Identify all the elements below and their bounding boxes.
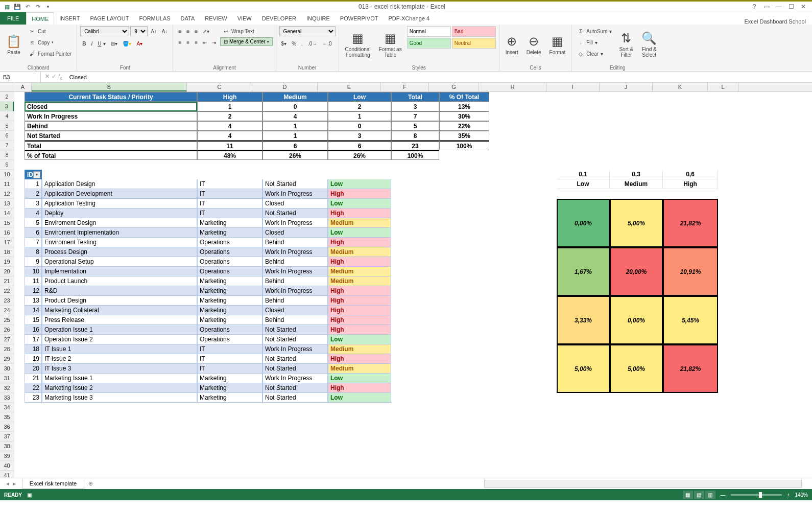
tab-insert[interactable]: INSERT bbox=[54, 12, 85, 25]
row-header[interactable]: 37 bbox=[0, 432, 14, 442]
cell[interactable]: Deploy bbox=[42, 208, 197, 218]
cell[interactable]: 13 bbox=[25, 296, 42, 306]
cell[interactable]: High bbox=[328, 315, 391, 325]
cell[interactable]: Medium bbox=[328, 267, 391, 276]
cell[interactable]: 100% bbox=[391, 150, 439, 160]
cell[interactable]: IT bbox=[197, 344, 262, 354]
cell[interactable]: 1 bbox=[25, 179, 42, 189]
cell[interactable]: High bbox=[328, 325, 391, 335]
cell[interactable]: Medium bbox=[328, 344, 391, 354]
cell[interactable]: High bbox=[328, 354, 391, 364]
row-header[interactable]: 27 bbox=[0, 335, 14, 344]
cell[interactable]: 10,91% bbox=[663, 247, 718, 296]
cell[interactable]: Closed bbox=[262, 306, 328, 315]
cell[interactable]: Operation Issue 1 bbox=[42, 325, 197, 335]
align-center-button[interactable]: ≡ bbox=[184, 37, 192, 48]
cancel-formula-icon[interactable]: ✕ bbox=[45, 73, 50, 81]
row-header[interactable]: 39 bbox=[0, 451, 14, 461]
cell[interactable]: 2 bbox=[328, 102, 391, 111]
row-header[interactable]: 22 bbox=[0, 286, 14, 296]
zoom-in-icon[interactable]: + bbox=[787, 492, 790, 498]
cell[interactable]: 0,00% bbox=[610, 296, 663, 344]
tab-view[interactable]: VIEW bbox=[232, 12, 257, 25]
cell[interactable]: Operations bbox=[197, 247, 262, 257]
cell[interactable]: IT Issue 3 bbox=[42, 364, 197, 374]
paste-button[interactable]: 📋Paste bbox=[3, 26, 25, 63]
cell[interactable]: Not Started bbox=[262, 325, 328, 335]
formula-input[interactable]: Closed bbox=[66, 74, 812, 80]
cell[interactable]: Not Started bbox=[262, 383, 328, 393]
cell[interactable]: 0 bbox=[262, 102, 328, 111]
cell[interactable]: R&D bbox=[42, 286, 197, 296]
cell[interactable]: Marketing bbox=[197, 306, 262, 315]
row-header[interactable]: 6 bbox=[0, 131, 14, 141]
cell[interactable]: 6 bbox=[25, 228, 42, 238]
cell[interactable]: Operation Issue 2 bbox=[42, 335, 197, 344]
select-all-corner[interactable] bbox=[0, 83, 14, 91]
cell[interactable]: 21 bbox=[25, 374, 42, 383]
macro-record-icon[interactable]: ▣ bbox=[27, 492, 32, 498]
cell[interactable]: 35% bbox=[439, 131, 489, 141]
cell[interactable]: 11 bbox=[25, 276, 42, 286]
row-header[interactable]: 5 bbox=[0, 121, 14, 131]
cell[interactable]: Operations bbox=[197, 257, 262, 267]
cell[interactable]: 5,00% bbox=[557, 344, 610, 393]
row-header[interactable]: 2 bbox=[0, 92, 14, 102]
align-left-button[interactable]: ≡ bbox=[176, 37, 183, 48]
zoom-percent[interactable]: 140% bbox=[795, 492, 808, 498]
cell[interactable]: Not Started bbox=[262, 179, 328, 189]
cell[interactable]: % of Total bbox=[25, 150, 197, 160]
cell[interactable]: Behind bbox=[262, 257, 328, 267]
cell[interactable]: Current Task Status / Priority bbox=[25, 92, 197, 102]
col-header[interactable]: A bbox=[14, 83, 32, 91]
cell[interactable]: 4 bbox=[197, 131, 262, 141]
view-normal-icon[interactable]: ▦ bbox=[683, 491, 693, 499]
sort-filter-button[interactable]: ⇅Sort & Filter bbox=[616, 26, 636, 63]
cell-styles-gallery[interactable]: Normal Bad Good Neutral bbox=[407, 26, 496, 49]
cell[interactable]: Behind bbox=[262, 238, 328, 247]
tab-developer[interactable]: DEVELOPER bbox=[257, 12, 301, 25]
cell[interactable]: Low bbox=[328, 179, 391, 189]
cell[interactable]: Operations bbox=[197, 325, 262, 335]
cell[interactable]: Marketing Issue 1 bbox=[42, 374, 197, 383]
conditional-formatting-button[interactable]: ▦Conditional Formatting bbox=[342, 26, 374, 63]
cell[interactable]: 20,00% bbox=[610, 247, 663, 296]
zoom-out-icon[interactable]: — bbox=[721, 492, 726, 498]
increase-font-button[interactable]: A↑ bbox=[149, 26, 159, 36]
cell[interactable]: Behind bbox=[262, 315, 328, 325]
align-middle-button[interactable]: ≡ bbox=[184, 26, 192, 36]
row-header[interactable]: 11 bbox=[0, 179, 14, 189]
cell[interactable]: 10 bbox=[25, 267, 42, 276]
cell[interactable]: Medium bbox=[328, 364, 391, 374]
row-header[interactable]: 38 bbox=[0, 442, 14, 451]
cell[interactable]: IT bbox=[197, 179, 262, 189]
cell[interactable]: Closed bbox=[262, 199, 328, 208]
cell[interactable]: 1 bbox=[262, 121, 328, 131]
row-header[interactable]: 25 bbox=[0, 315, 14, 325]
row-header[interactable]: 7 bbox=[0, 141, 14, 150]
cell[interactable]: Low bbox=[328, 199, 391, 208]
cell[interactable]: Marketing bbox=[197, 393, 262, 403]
cell[interactable]: 3 bbox=[391, 102, 439, 111]
row-header[interactable]: 13 bbox=[0, 199, 14, 208]
style-neutral[interactable]: Neutral bbox=[452, 38, 496, 49]
cell[interactable]: Medium bbox=[328, 218, 391, 228]
col-header[interactable]: E bbox=[318, 83, 381, 91]
row-header[interactable]: 20 bbox=[0, 267, 14, 276]
row-header[interactable]: 32 bbox=[0, 383, 14, 393]
cell[interactable]: 0,00% bbox=[557, 199, 610, 247]
cell[interactable]: 5 bbox=[391, 121, 439, 131]
cell[interactable]: Process Design bbox=[42, 247, 197, 257]
cell[interactable]: 21,82% bbox=[663, 199, 718, 247]
cell[interactable]: ID▼ bbox=[25, 170, 42, 179]
cell[interactable]: IT bbox=[197, 199, 262, 208]
cell[interactable]: 0,1 bbox=[557, 170, 610, 179]
ribbon-addon-label[interactable]: Excel Dashboard School bbox=[745, 18, 812, 25]
cell[interactable]: Medium bbox=[328, 247, 391, 257]
cell[interactable]: 22 bbox=[25, 383, 42, 393]
tab-home[interactable]: HOME bbox=[26, 12, 54, 25]
cell[interactable]: 48% bbox=[197, 150, 262, 160]
cell[interactable]: 8 bbox=[25, 247, 42, 257]
add-sheet-button[interactable]: ⊕ bbox=[84, 480, 97, 487]
cell[interactable]: Marketing bbox=[197, 374, 262, 383]
